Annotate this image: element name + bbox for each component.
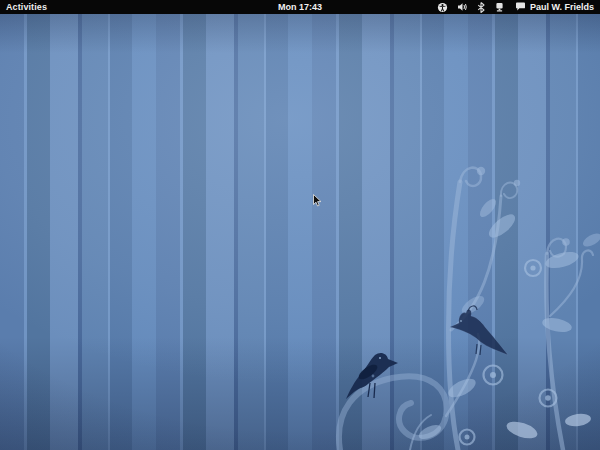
clock-menu[interactable]: Mon 17:43 — [278, 2, 322, 12]
mouse-cursor — [313, 194, 322, 207]
network-icon[interactable] — [494, 0, 505, 14]
status-area: Paul W. Frields — [428, 0, 594, 14]
chat-bubble-icon — [515, 2, 526, 12]
user-menu[interactable]: Paul W. Frields — [515, 2, 594, 12]
desktop-screen: Activities Mon 17:43 — [0, 0, 600, 450]
activities-button[interactable]: Activities — [6, 2, 47, 12]
universal-access-icon[interactable] — [437, 0, 448, 14]
bluetooth-icon[interactable] — [477, 0, 485, 14]
top-panel: Activities Mon 17:43 — [0, 0, 600, 14]
volume-icon[interactable] — [457, 0, 468, 14]
user-name: Paul W. Frields — [530, 2, 594, 12]
floral-decoration — [310, 120, 600, 450]
desktop-wallpaper — [0, 14, 600, 450]
